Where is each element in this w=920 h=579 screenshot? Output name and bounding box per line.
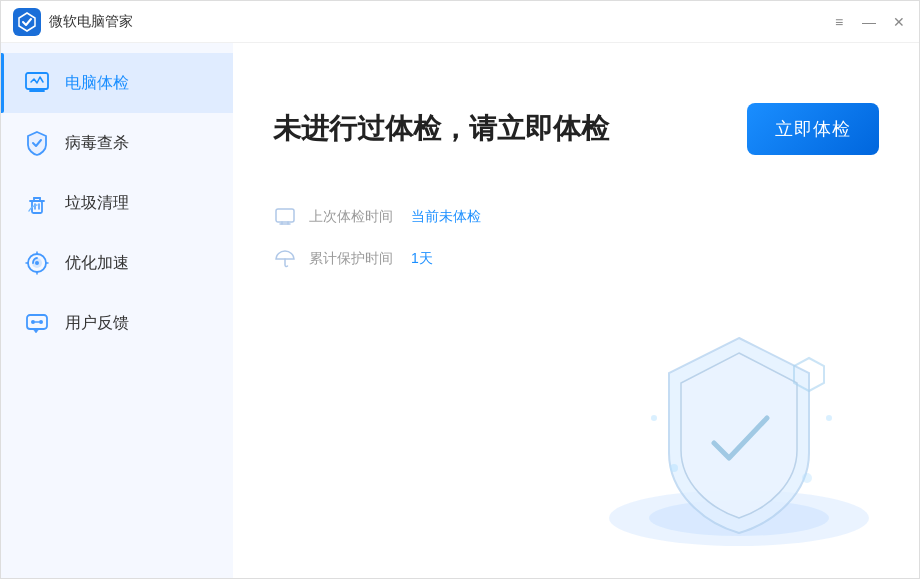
content-area: 未进行过体检，请立即体检 立即体检 上次体检时间 当前未体检 bbox=[233, 43, 919, 578]
sidebar: 电脑体检 病毒查杀 bbox=[1, 43, 233, 578]
hero-section: 未进行过体检，请立即体检 立即体检 bbox=[273, 103, 879, 155]
sidebar-label-clean: 垃圾清理 bbox=[65, 193, 129, 214]
check-now-button[interactable]: 立即体检 bbox=[747, 103, 879, 155]
svg-point-26 bbox=[826, 415, 832, 421]
shield-decoration bbox=[589, 298, 889, 558]
svg-point-13 bbox=[35, 261, 39, 265]
svg-point-27 bbox=[651, 415, 657, 421]
monitor-small-icon bbox=[273, 205, 297, 229]
sidebar-item-clean[interactable]: 垃圾清理 bbox=[1, 173, 233, 233]
protect-time-label: 累计保护时间 bbox=[309, 250, 399, 268]
svg-rect-1 bbox=[26, 73, 48, 89]
sidebar-item-virus[interactable]: 病毒查杀 bbox=[1, 113, 233, 173]
sidebar-item-check[interactable]: 电脑体检 bbox=[1, 53, 233, 113]
window-controls: ≡ — ✕ bbox=[831, 14, 907, 30]
title-bar: 微软电脑管家 ≡ — ✕ bbox=[1, 1, 919, 43]
protect-time-value: 1天 bbox=[411, 250, 433, 268]
feedback-icon bbox=[21, 307, 53, 339]
svg-point-25 bbox=[802, 473, 812, 483]
last-check-value: 当前未体检 bbox=[411, 208, 481, 226]
svg-point-24 bbox=[670, 464, 678, 472]
umbrella-icon bbox=[273, 247, 297, 271]
main-layout: 电脑体检 病毒查杀 bbox=[1, 43, 919, 578]
sidebar-label-check: 电脑体检 bbox=[65, 73, 129, 94]
app-logo bbox=[13, 8, 41, 36]
protect-time-row: 累计保护时间 1天 bbox=[273, 247, 879, 271]
last-check-row: 上次体检时间 当前未体检 bbox=[273, 205, 879, 229]
sidebar-label-feedback: 用户反馈 bbox=[65, 313, 129, 334]
app-title: 微软电脑管家 bbox=[49, 13, 133, 31]
sidebar-label-virus: 病毒查杀 bbox=[65, 133, 129, 154]
sidebar-item-feedback[interactable]: 用户反馈 bbox=[1, 293, 233, 353]
minimize-button[interactable]: — bbox=[861, 14, 877, 30]
sidebar-label-optimize: 优化加速 bbox=[65, 253, 129, 274]
hero-title: 未进行过体检，请立即体检 bbox=[273, 110, 609, 148]
clean-icon bbox=[21, 187, 53, 219]
virus-shield-icon bbox=[21, 127, 53, 159]
last-check-label: 上次体检时间 bbox=[309, 208, 399, 226]
info-section: 上次体检时间 当前未体检 累计保护时间 1天 bbox=[273, 205, 879, 271]
monitor-icon bbox=[21, 67, 53, 99]
sidebar-item-optimize[interactable]: 优化加速 bbox=[1, 233, 233, 293]
close-button[interactable]: ✕ bbox=[891, 14, 907, 30]
svg-rect-17 bbox=[276, 209, 294, 222]
menu-button[interactable]: ≡ bbox=[831, 14, 847, 30]
optimize-icon bbox=[21, 247, 53, 279]
